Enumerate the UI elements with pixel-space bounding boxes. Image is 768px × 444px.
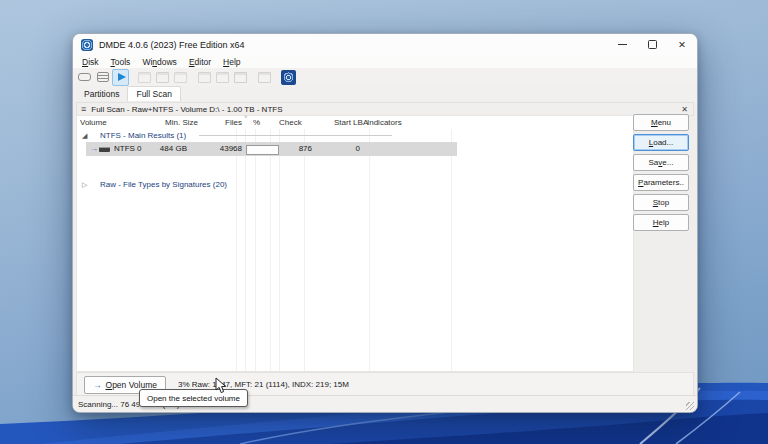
column-header-check[interactable]: Check bbox=[279, 116, 302, 129]
scan-panel-title: Full Scan - Raw+NTFS - Volume D:\ - 1.00… bbox=[91, 105, 282, 114]
back-icon bbox=[138, 72, 151, 83]
open-arrow-icon: → bbox=[90, 142, 98, 156]
close-button[interactable]: ✕ bbox=[667, 34, 697, 55]
menu-item-windows[interactable]: Windows bbox=[136, 57, 183, 67]
group-separator-line bbox=[199, 135, 392, 136]
save-button[interactable]: Save... bbox=[633, 154, 689, 171]
editor-window-button[interactable] bbox=[154, 69, 171, 86]
menu-item-help[interactable]: Help bbox=[217, 57, 246, 67]
copy-sectors-button[interactable] bbox=[172, 69, 189, 86]
column-gridline bbox=[451, 129, 452, 371]
tree-collapsed-icon[interactable]: ▷ bbox=[82, 178, 87, 191]
tree-group-ntfs[interactable]: ◢ NTFS - Main Results (1) bbox=[77, 129, 633, 142]
load-button[interactable]: Load... bbox=[633, 134, 689, 151]
maximize-button[interactable] bbox=[637, 34, 667, 55]
partitions-icon bbox=[97, 72, 109, 82]
cell-start-lba: 0 bbox=[317, 142, 360, 156]
chart-window-button[interactable] bbox=[232, 69, 249, 86]
minimize-icon bbox=[618, 44, 627, 45]
dmde-logo-icon bbox=[281, 70, 296, 85]
tabstrip: Partitions Full Scan bbox=[73, 86, 697, 101]
column-header-start-lba[interactable]: Start LBA bbox=[334, 116, 368, 129]
hex-window-icon bbox=[198, 72, 211, 83]
hamburger-icon[interactable]: ≡ bbox=[81, 104, 86, 114]
column-header-indicators[interactable]: Indicators bbox=[367, 116, 402, 129]
column-gridline bbox=[236, 129, 237, 371]
window-controls: ✕ bbox=[607, 34, 697, 55]
result-row-ntfs0[interactable]: → NTFS 0 484 GB 43968 876 0 bbox=[77, 142, 633, 156]
dmde-app-icon bbox=[81, 39, 93, 51]
volume-icon bbox=[99, 147, 110, 152]
column-gridline bbox=[255, 129, 256, 371]
menu-item-disk[interactable]: Disk bbox=[76, 57, 105, 67]
open-volume-label: Open Volume bbox=[106, 380, 158, 390]
tree-group-raw[interactable]: ▷ Raw - File Types by Signatures (20) bbox=[77, 178, 633, 191]
column-gridline bbox=[245, 129, 246, 371]
stop-button[interactable]: Stop bbox=[633, 194, 689, 211]
device-icon bbox=[78, 73, 91, 81]
tooltip: Open the selected volume bbox=[139, 389, 248, 407]
scan-play-icon bbox=[118, 73, 126, 81]
menu-item-editor[interactable]: Editor bbox=[183, 57, 217, 67]
titlebar: DMDE 4.0.6 (2023) Free Edition x64 ✕ bbox=[73, 34, 697, 55]
column-gridline bbox=[279, 129, 280, 371]
copy-sectors-icon bbox=[174, 72, 187, 83]
cell-files: 43968 bbox=[182, 142, 242, 156]
cell-check: 876 bbox=[277, 142, 312, 156]
editor-window-icon bbox=[156, 72, 169, 83]
scan-progress-bar bbox=[246, 145, 279, 155]
chart-window-icon bbox=[234, 72, 247, 83]
column-gridline bbox=[304, 129, 305, 371]
scan-panel-close-button[interactable]: ✕ bbox=[681, 105, 688, 114]
maximize-icon bbox=[648, 40, 657, 49]
scan-results-table: Volume Min. Size Files ˅ % Check Start L… bbox=[76, 115, 634, 372]
folders-icon bbox=[258, 72, 271, 83]
folders-button[interactable] bbox=[256, 69, 273, 86]
dmde-window: DMDE 4.0.6 (2023) Free Edition x64 ✕ Dis… bbox=[72, 33, 698, 413]
toolbar bbox=[73, 68, 697, 86]
dmde-logo-button[interactable] bbox=[280, 69, 297, 86]
open-device-button[interactable] bbox=[76, 69, 93, 86]
cell-min-size: 484 GB bbox=[127, 142, 187, 156]
resize-grip[interactable] bbox=[686, 402, 694, 410]
parameters-button[interactable]: Parameters.. bbox=[633, 174, 689, 191]
back-button[interactable] bbox=[136, 69, 153, 86]
scan-button[interactable] bbox=[112, 69, 129, 86]
column-gridline bbox=[270, 129, 271, 371]
mouse-cursor-icon bbox=[215, 377, 228, 395]
tab-partitions[interactable]: Partitions bbox=[76, 87, 127, 101]
menu-button[interactable]: Menu bbox=[633, 114, 689, 131]
content-area: ≡ Full Scan - Raw+NTFS - Volume D:\ - 1.… bbox=[73, 101, 697, 412]
tables-window-icon bbox=[216, 72, 229, 83]
window-title: DMDE 4.0.6 (2023) Free Edition x64 bbox=[99, 40, 245, 50]
tree-group-ntfs-label: NTFS - Main Results (1) bbox=[100, 129, 186, 142]
column-gridline bbox=[369, 129, 370, 371]
column-header-volume[interactable]: Volume bbox=[80, 116, 107, 129]
tree-group-raw-label: Raw - File Types by Signatures (20) bbox=[100, 178, 227, 191]
tables-window-button[interactable] bbox=[214, 69, 231, 86]
tab-full-scan[interactable]: Full Scan bbox=[127, 86, 180, 101]
menu-item-tools[interactable]: Tools bbox=[105, 57, 137, 67]
scan-panel-header: ≡ Full Scan - Raw+NTFS - Volume D:\ - 1.… bbox=[76, 102, 694, 116]
open-arrow-icon: → bbox=[93, 380, 102, 390]
column-header-percent[interactable]: % bbox=[227, 116, 260, 129]
help-button[interactable]: Help bbox=[633, 214, 689, 231]
partitions-button[interactable] bbox=[94, 69, 111, 86]
minimize-button[interactable] bbox=[607, 34, 637, 55]
menubar: Disk Tools Windows Editor Help bbox=[73, 55, 697, 68]
hex-window-button[interactable] bbox=[196, 69, 213, 86]
tree-expanded-icon[interactable]: ◢ bbox=[82, 129, 87, 142]
scan-stats-text: 3% Raw: 1947, MFT: 21 (1114), INDX: 219;… bbox=[178, 380, 349, 389]
